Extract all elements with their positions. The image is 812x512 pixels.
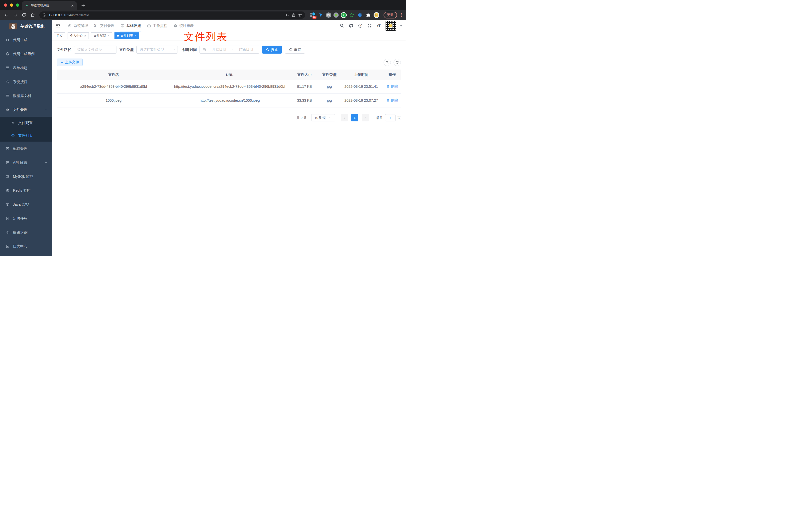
tag-file-config[interactable]: 文件配置 [91,32,112,39]
cell-url: http://test.yudao.iocoder.cn/a294ecb2-73… [170,80,289,93]
extensions-puzzle-icon[interactable] [365,12,371,18]
tag-profile[interactable]: 个人中心 [67,32,89,39]
date-range-picker[interactable]: 开始日期 - 结束日期 [200,46,259,54]
main-area: 系统管理 ¥ 支付管理 基础设施 工作流程 统计报表 ? [52,20,406,256]
password-key-icon[interactable] [285,13,289,17]
sidebar-item-db-doc[interactable]: 数据库文档 [0,89,52,103]
topnav-label: 工作流程 [153,24,167,28]
upload-file-button[interactable]: 上传文件 [57,59,83,66]
collapse-sidebar-icon[interactable] [55,23,61,28]
sidebar-item-system-api[interactable]: 系统接口 [0,75,52,89]
sidebar-item-code-gen[interactable]: 代码生成 [0,33,52,47]
goto-page-input[interactable] [385,114,396,121]
topnav-item-infrastructure[interactable]: 基础设施 [117,20,144,31]
extension-y-icon[interactable]: Y [341,12,347,18]
delete-label: 删除 [391,97,398,103]
bookmark-star-icon[interactable] [298,13,302,17]
next-page-button[interactable] [361,114,369,121]
prev-page-button[interactable] [341,114,348,121]
new-tab-button[interactable] [80,2,86,9]
tag-file-list[interactable]: 文件列表 [114,32,139,39]
close-tag-icon[interactable] [108,35,110,37]
sidebar-item-file-management[interactable]: 文件管理 [0,103,52,117]
help-icon[interactable]: ? [358,23,363,28]
sidebar-item-code-demo[interactable]: 代码生成示例 [0,47,52,61]
reload-button[interactable] [21,11,27,19]
refresh-table-button[interactable] [394,59,401,66]
file-path-input[interactable] [74,46,116,54]
chevron-down-icon [329,116,332,119]
app-logo[interactable]: 芋道管理系统 [0,20,52,33]
table-row: a294ecb2-73dd-4353-bf40-296b8931d0bf htt… [57,80,401,93]
chart-line-icon [5,175,10,179]
site-info-icon[interactable] [42,13,47,17]
extension-command-icon[interactable]: ⌘ [326,12,331,18]
close-tag-icon[interactable] [84,35,86,37]
topnav-item-payment[interactable]: ¥ 支付管理 [91,20,117,31]
delete-button[interactable]: 删除 [386,84,398,89]
show-search-button[interactable] [383,59,391,66]
file-type-select[interactable]: 请选择文件类型 [137,46,178,54]
sidebar-item-scheduled-tasks[interactable]: 定时任务 [0,211,52,225]
zoom-window-button[interactable] [16,3,19,7]
reset-button[interactable]: 重置 [285,46,305,54]
sidebar-item-tracing[interactable]: 链路追踪 [0,225,52,239]
sidebar-item-label: 文件配置 [18,121,33,125]
page-number-current[interactable]: 1 [351,114,358,121]
extension-devtools-icon[interactable]: 11 [310,12,316,18]
page-size-value: 10条/页 [315,116,326,120]
home-button[interactable] [29,11,36,19]
extension-recorder-icon[interactable] [334,12,339,18]
monitor-check-icon [120,24,125,28]
sidebar-item-config-management[interactable]: 配置管理 [0,142,52,155]
extension-kite-icon[interactable] [318,12,324,18]
sidebar-item-label: 系统接口 [13,80,27,84]
trash-icon [386,85,390,88]
extension-rings-icon[interactable] [357,12,363,18]
sidebar-item-log-center[interactable]: 日志中心 [0,239,52,253]
tags-view-bar: 首页 个人中心 文件配置 文件列表 [52,31,406,40]
user-avatar-qr[interactable] [385,21,396,31]
extension-star-icon[interactable] [349,12,355,18]
github-icon[interactable] [349,23,354,28]
topnav-item-reports[interactable]: 统计报表 [170,20,197,31]
back-button[interactable] [3,11,10,19]
url-bar[interactable]: 127.0.0.1:1024/infra/file/file [39,11,305,19]
sidebar-item-api-log[interactable]: API 日志 [0,155,52,170]
y-glyph: Y [343,13,344,17]
url-path: :1024/infra/file/file [63,13,89,17]
sidebar-item-redis-monitor[interactable]: Redis 监控 [0,183,52,198]
update-button[interactable]: 更新 [383,12,397,19]
plus-icon [60,61,64,64]
shield-check-icon [5,52,10,56]
update-label: 更新 [387,13,394,17]
window-controls [4,3,19,7]
browser-menu-icon[interactable] [401,13,402,17]
topnav-item-system[interactable]: 系统管理 [65,20,91,31]
close-window-button[interactable] [4,3,7,7]
minimize-window-button[interactable] [10,3,13,7]
page-size-select[interactable]: 10条/页 [311,114,335,121]
browser-tab[interactable]: 芋道管理系统 [22,1,77,10]
forward-button[interactable] [12,11,19,19]
profile-emoji-icon[interactable] [374,12,379,18]
sidebar-item-java-monitor[interactable]: Java 监控 [0,198,52,211]
fullscreen-icon[interactable] [367,23,372,28]
sidebar-item-file-config[interactable]: 文件配置 [0,117,52,129]
share-icon[interactable] [292,13,296,17]
refresh-icon [395,61,399,64]
user-menu-caret-icon[interactable] [400,25,403,28]
close-tag-icon[interactable] [135,35,137,37]
font-size-icon[interactable]: TT [376,23,381,28]
sidebar-item-mysql-monitor[interactable]: MySQL 监控 [0,170,52,183]
tag-label: 文件列表 [120,34,133,38]
delete-button[interactable]: 删除 [386,97,398,103]
topnav-item-workflow[interactable]: 工作流程 [144,20,170,31]
close-tab-icon[interactable] [71,4,74,7]
tag-home[interactable]: 首页 [54,32,65,39]
sidebar-item-form-builder[interactable]: 表单构建 [0,61,52,75]
search-button[interactable]: 搜索 [262,46,282,54]
sidebar-item-file-list[interactable]: 文件列表 [0,129,52,142]
search-icon[interactable] [340,23,344,28]
chevron-right-icon [364,116,367,119]
